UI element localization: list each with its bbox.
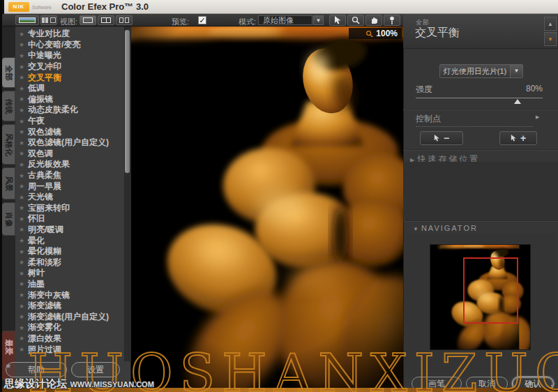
favorite-star-icon[interactable]: ★	[19, 204, 28, 211]
quick-save-area	[403, 162, 558, 220]
favorite-star-icon[interactable]: ★	[19, 128, 28, 135]
favorite-star-icon[interactable]: ★	[19, 85, 28, 92]
favorite-star-icon[interactable]: ★	[19, 96, 28, 103]
filter-item[interactable]: ★照片过调	[15, 344, 124, 355]
filter-item[interactable]: ★古典柔焦	[15, 170, 124, 181]
filter-item[interactable]: ★漂白效果	[15, 333, 124, 345]
filter-item[interactable]: ★中途曝光	[15, 50, 124, 61]
filter-item[interactable]: ★渐变中灰镜	[15, 289, 124, 301]
favorite-star-icon[interactable]: ★	[19, 313, 28, 320]
next-filter-button[interactable]: ▼	[544, 32, 557, 46]
favorite-star-icon[interactable]: ★	[19, 324, 28, 331]
filter-item-label: 中心变暗/变亮	[28, 39, 80, 51]
filter-item[interactable]: ★树叶	[15, 268, 124, 279]
filter-item[interactable]: ★柔和淡彩	[15, 257, 124, 268]
control-points-expand-icon[interactable]: ▶	[536, 114, 539, 120]
mode-select[interactable]: 原始图像	[258, 15, 312, 25]
favorite-star-icon[interactable]: ★	[19, 237, 28, 244]
favorite-star-icon[interactable]: ★	[19, 183, 28, 190]
favorite-star-icon[interactable]: ★	[19, 172, 28, 179]
filter-item[interactable]: ★双色滤镜(用户自定义)	[15, 137, 124, 149]
filter-item[interactable]: ★双色调	[15, 149, 124, 160]
favorite-star-icon[interactable]: ★	[19, 150, 28, 157]
filter-item[interactable]: ★宝丽来转印	[15, 203, 124, 214]
filter-item[interactable]: ★晕化模糊	[15, 246, 124, 257]
method-dropdown[interactable]: 灯光使用日光片(1) ▼	[439, 64, 523, 78]
filter-item[interactable]: ★双色滤镜	[15, 126, 124, 137]
filter-item[interactable]: ★午夜	[15, 116, 124, 127]
favorite-star-icon[interactable]: ★	[19, 161, 28, 168]
filter-item[interactable]: ★油墨	[15, 279, 124, 290]
favorite-star-icon[interactable]: ★	[19, 63, 28, 70]
filter-item[interactable]: ★中心变暗/变亮	[15, 40, 124, 51]
favorite-star-icon[interactable]: ★	[19, 259, 28, 266]
control-point-tool-button[interactable]	[384, 15, 400, 26]
filter-item[interactable]: ★交叉平衡	[15, 72, 124, 83]
view-label: 视图:	[60, 17, 77, 27]
filter-item[interactable]: ★明亮/暖调	[15, 225, 124, 236]
favorite-star-icon[interactable]: ★	[19, 335, 28, 342]
category-tab-4[interactable]: 风景	[1, 167, 15, 199]
category-tab-1[interactable]: 全部	[1, 57, 15, 88]
settings-button[interactable]: 设置	[71, 362, 120, 377]
favorite-star-icon[interactable]: ★	[19, 107, 28, 114]
filter-item[interactable]: ★周一早晨	[15, 181, 124, 192]
favorite-star-icon[interactable]: ★	[19, 292, 28, 299]
favorite-star-icon[interactable]: ★	[19, 270, 28, 277]
control-point-icon	[389, 16, 395, 25]
navigator-section-header[interactable]: ▼NAVIGATOR	[413, 224, 478, 232]
strength-slider-track[interactable]	[416, 98, 543, 98]
filter-item[interactable]: ★天光镜	[15, 192, 124, 203]
favorite-star-icon[interactable]: ★	[19, 52, 28, 59]
category-tab-5[interactable]: 肖像	[1, 202, 15, 236]
filter-item[interactable]: ★偏振镜	[15, 94, 124, 105]
navigator-view-rectangle[interactable]	[463, 257, 518, 324]
zoom-tool-button[interactable]	[347, 15, 364, 26]
favorite-star-icon[interactable]: ★	[19, 216, 28, 223]
filter-item[interactable]: ★晕化	[15, 235, 124, 246]
view-split-button[interactable]	[98, 15, 114, 25]
select-tool-button[interactable]	[329, 15, 346, 26]
favorite-star-icon[interactable]: ★	[19, 346, 28, 353]
navigator-thumbnail[interactable]	[430, 244, 531, 350]
add-control-point-button[interactable]: +	[499, 131, 537, 145]
view-sidebyside-button[interactable]	[116, 15, 133, 25]
favorite-star-icon[interactable]: ★	[19, 118, 28, 125]
favorite-star-icon[interactable]: ★	[19, 248, 28, 255]
filter-item[interactable]: ★专业对比度	[15, 29, 124, 40]
category-tab-strip: 全部传统风格化风景肖像最爱★	[0, 27, 15, 392]
favorite-star-icon[interactable]: ★	[19, 41, 28, 48]
remove-control-point-button[interactable]: −	[420, 131, 463, 145]
favorite-star-icon[interactable]: ★	[19, 74, 28, 81]
minus-icon: −	[444, 132, 449, 144]
filter-item[interactable]: ★反光板效果	[15, 159, 124, 170]
preview-checkbox[interactable]: ✓	[198, 16, 206, 24]
favorite-star-icon[interactable]: ★	[19, 194, 28, 201]
image-thumbnail-button[interactable]	[15, 15, 39, 25]
filter-item[interactable]: ★动态皮肤柔化	[15, 105, 124, 116]
favorite-star-icon[interactable]: ★	[19, 280, 28, 287]
preview-canvas[interactable]	[131, 27, 403, 392]
filter-item[interactable]: ★低调	[15, 83, 124, 94]
filter-item[interactable]: ★渐变雾化	[15, 322, 124, 333]
filter-item[interactable]: ★渐变滤镜(用户自定义)	[15, 311, 124, 322]
panel-layout-button[interactable]	[40, 15, 57, 25]
favorite-star-icon[interactable]: ★	[19, 226, 28, 233]
filter-item[interactable]: ★渐变滤镜	[15, 301, 124, 312]
help-button[interactable]: 帮助	[6, 362, 67, 377]
favorite-star-icon[interactable]: ★	[19, 303, 28, 310]
category-tab-3[interactable]: 风格化	[1, 124, 15, 165]
filter-list-scrollbar-thumb[interactable]	[125, 30, 130, 173]
view-single-button[interactable]	[80, 15, 96, 25]
filter-item[interactable]: ★怀旧	[15, 213, 124, 225]
favorite-star-icon[interactable]: ★	[19, 31, 28, 38]
watermark-site-name: 思缘设计论坛	[4, 377, 67, 389]
category-tab-2[interactable]: 传统	[1, 91, 15, 121]
favorite-star-icon[interactable]: ★	[19, 140, 28, 146]
pan-tool-button[interactable]	[365, 15, 382, 26]
filter-item[interactable]: ★交叉冲印	[15, 61, 124, 73]
filter-item-label: 中途曝光	[28, 50, 61, 61]
mode-select-arrow-icon[interactable]: ▼	[313, 15, 324, 25]
strength-slider-handle[interactable]	[514, 99, 521, 104]
previous-filter-button[interactable]: ▲	[544, 17, 557, 31]
